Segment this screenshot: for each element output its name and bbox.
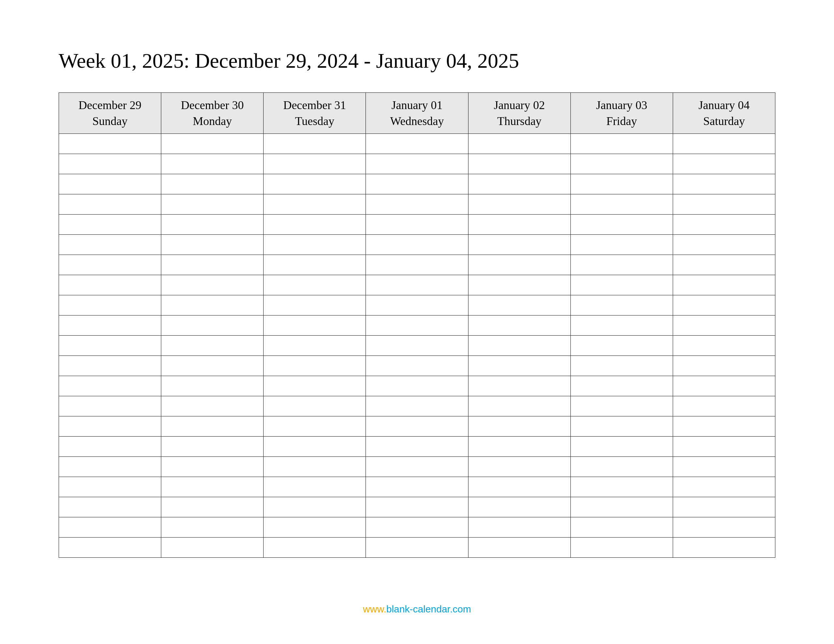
calendar-cell[interactable]	[468, 537, 571, 558]
calendar-cell[interactable]	[366, 356, 468, 376]
calendar-cell[interactable]	[571, 275, 673, 295]
calendar-cell[interactable]	[571, 376, 673, 396]
calendar-cell[interactable]	[59, 235, 161, 255]
calendar-cell[interactable]	[263, 315, 366, 336]
calendar-cell[interactable]	[673, 376, 775, 396]
calendar-cell[interactable]	[59, 537, 161, 558]
calendar-cell[interactable]	[571, 295, 673, 315]
calendar-cell[interactable]	[59, 315, 161, 336]
calendar-cell[interactable]	[366, 376, 468, 396]
calendar-cell[interactable]	[161, 396, 263, 416]
calendar-cell[interactable]	[59, 416, 161, 437]
calendar-cell[interactable]	[468, 295, 571, 315]
calendar-cell[interactable]	[673, 154, 775, 174]
calendar-cell[interactable]	[263, 416, 366, 437]
calendar-cell[interactable]	[571, 134, 673, 154]
calendar-cell[interactable]	[468, 215, 571, 235]
calendar-cell[interactable]	[263, 396, 366, 416]
calendar-cell[interactable]	[673, 356, 775, 376]
calendar-cell[interactable]	[59, 215, 161, 235]
calendar-cell[interactable]	[468, 174, 571, 194]
calendar-cell[interactable]	[161, 336, 263, 356]
calendar-cell[interactable]	[161, 356, 263, 376]
calendar-cell[interactable]	[468, 517, 571, 537]
calendar-cell[interactable]	[366, 255, 468, 275]
calendar-cell[interactable]	[571, 315, 673, 336]
calendar-cell[interactable]	[366, 295, 468, 315]
calendar-cell[interactable]	[59, 376, 161, 396]
calendar-cell[interactable]	[468, 437, 571, 457]
calendar-cell[interactable]	[468, 255, 571, 275]
calendar-cell[interactable]	[673, 235, 775, 255]
calendar-cell[interactable]	[366, 215, 468, 235]
calendar-cell[interactable]	[161, 537, 263, 558]
calendar-cell[interactable]	[366, 517, 468, 537]
calendar-cell[interactable]	[673, 457, 775, 477]
calendar-cell[interactable]	[59, 295, 161, 315]
calendar-cell[interactable]	[161, 457, 263, 477]
calendar-cell[interactable]	[571, 437, 673, 457]
calendar-cell[interactable]	[263, 437, 366, 457]
calendar-cell[interactable]	[59, 356, 161, 376]
calendar-cell[interactable]	[366, 437, 468, 457]
calendar-cell[interactable]	[366, 194, 468, 215]
calendar-cell[interactable]	[366, 154, 468, 174]
calendar-cell[interactable]	[673, 215, 775, 235]
calendar-cell[interactable]	[161, 497, 263, 517]
calendar-cell[interactable]	[366, 275, 468, 295]
calendar-cell[interactable]	[673, 315, 775, 336]
calendar-cell[interactable]	[571, 537, 673, 558]
calendar-cell[interactable]	[263, 194, 366, 215]
calendar-cell[interactable]	[161, 315, 263, 336]
calendar-cell[interactable]	[59, 396, 161, 416]
calendar-cell[interactable]	[59, 154, 161, 174]
calendar-cell[interactable]	[673, 416, 775, 437]
calendar-cell[interactable]	[571, 477, 673, 497]
calendar-cell[interactable]	[263, 497, 366, 517]
calendar-cell[interactable]	[673, 336, 775, 356]
calendar-cell[interactable]	[673, 194, 775, 215]
calendar-cell[interactable]	[59, 255, 161, 275]
calendar-cell[interactable]	[468, 457, 571, 477]
calendar-cell[interactable]	[673, 537, 775, 558]
calendar-cell[interactable]	[263, 336, 366, 356]
calendar-cell[interactable]	[263, 517, 366, 537]
calendar-cell[interactable]	[468, 336, 571, 356]
calendar-cell[interactable]	[59, 174, 161, 194]
calendar-cell[interactable]	[366, 315, 468, 336]
calendar-cell[interactable]	[263, 215, 366, 235]
calendar-cell[interactable]	[571, 235, 673, 255]
calendar-cell[interactable]	[468, 396, 571, 416]
calendar-cell[interactable]	[673, 275, 775, 295]
calendar-cell[interactable]	[673, 497, 775, 517]
calendar-cell[interactable]	[366, 396, 468, 416]
calendar-cell[interactable]	[468, 275, 571, 295]
calendar-cell[interactable]	[468, 477, 571, 497]
calendar-cell[interactable]	[59, 457, 161, 477]
calendar-cell[interactable]	[571, 215, 673, 235]
calendar-cell[interactable]	[366, 416, 468, 437]
calendar-cell[interactable]	[468, 376, 571, 396]
calendar-cell[interactable]	[263, 174, 366, 194]
calendar-cell[interactable]	[571, 255, 673, 275]
calendar-cell[interactable]	[161, 275, 263, 295]
calendar-cell[interactable]	[571, 416, 673, 437]
calendar-cell[interactable]	[59, 477, 161, 497]
calendar-cell[interactable]	[263, 537, 366, 558]
calendar-cell[interactable]	[366, 477, 468, 497]
calendar-cell[interactable]	[673, 437, 775, 457]
calendar-cell[interactable]	[571, 457, 673, 477]
calendar-cell[interactable]	[673, 174, 775, 194]
calendar-cell[interactable]	[673, 255, 775, 275]
calendar-cell[interactable]	[366, 174, 468, 194]
calendar-cell[interactable]	[366, 235, 468, 255]
calendar-cell[interactable]	[59, 497, 161, 517]
calendar-cell[interactable]	[571, 154, 673, 174]
calendar-cell[interactable]	[59, 194, 161, 215]
calendar-cell[interactable]	[366, 336, 468, 356]
calendar-cell[interactable]	[673, 517, 775, 537]
calendar-cell[interactable]	[161, 416, 263, 437]
calendar-cell[interactable]	[468, 356, 571, 376]
calendar-cell[interactable]	[571, 194, 673, 215]
calendar-cell[interactable]	[161, 154, 263, 174]
